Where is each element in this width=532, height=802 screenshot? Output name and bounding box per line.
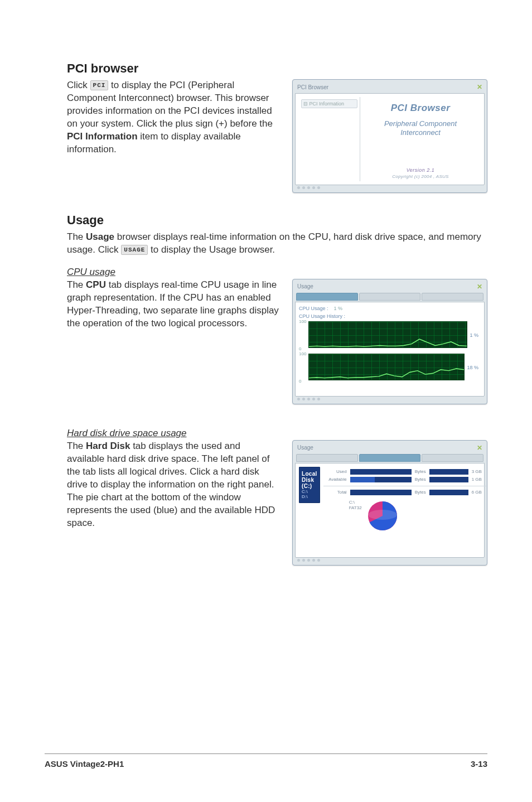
- hdd-details: Used Bytes 3 GB Available Bytes 1 GB: [323, 467, 486, 554]
- hdd-pie: C:\ FAT32: [349, 500, 486, 532]
- hdd-subhead: Hard disk drive space usage: [67, 428, 487, 439]
- pci-copyright: Copyright (c) 2004 , ASUS: [364, 174, 477, 179]
- section-hdd: Hard disk drive space usage The Hard Dis…: [67, 428, 487, 566]
- cpu-graph-0-pct: 1 %: [470, 319, 481, 351]
- footer-right: 3-13: [471, 759, 487, 769]
- tab-mem[interactable]: [422, 454, 483, 462]
- pci-window: PCI Browser ✕ ⊟ PCI Information PCI Brow…: [292, 79, 487, 193]
- close-icon[interactable]: ✕: [477, 283, 482, 291]
- cpu-tabs[interactable]: [295, 293, 485, 302]
- pci-pane-sub1: Peripheral Component: [364, 119, 477, 128]
- hdd-window: Usage ✕ Local Disk (C:) C:\ D:\: [292, 440, 487, 566]
- bar-used: [350, 469, 412, 475]
- section-usage: Usage The Usage browser displays real-ti…: [67, 213, 487, 257]
- cpu-graph-1-pct: 18 %: [467, 351, 481, 384]
- page-footer: ASUS Vintage2-PH1 3-13: [0, 759, 532, 769]
- pie-icon: [366, 500, 399, 532]
- svg-point-1: [368, 510, 397, 520]
- pci-info-bold: PCI Information: [67, 131, 138, 142]
- section-cpu: CPU usage The CPU tab displays real-time…: [67, 267, 487, 404]
- hdd-row-avail: Available Bytes 1 GB: [323, 477, 486, 482]
- cpu-usage-label: CPU Usage :: [299, 306, 328, 311]
- pci-heading: PCI browser: [67, 61, 487, 76]
- hdd-row-total: Total Bytes 6 GB: [323, 490, 486, 495]
- footer-left: ASUS Vintage2-PH1: [45, 759, 124, 769]
- window-bottombar: [295, 185, 485, 190]
- cpu-window: Usage ✕ CPU Usage : 1 % CPU Usage Histor…: [292, 279, 487, 404]
- pci-tree[interactable]: ⊟ PCI Information: [299, 97, 360, 181]
- pci-paragraph: Click PCI to display the PCI (Peripheral…: [67, 79, 279, 156]
- cpu-graph-0: [308, 321, 467, 348]
- tab-hdd[interactable]: [359, 293, 421, 301]
- pci-version: Version 2.1: [364, 167, 477, 173]
- hdd-window-title: Usage: [297, 445, 313, 451]
- cpu-history-label: CPU Usage History :: [299, 313, 481, 319]
- usage-intro: The Usage browser displays real-time inf…: [67, 231, 487, 257]
- cpu-subhead: CPU usage: [67, 267, 487, 278]
- usage-inline-button: USAGE: [121, 245, 148, 255]
- hdd-drive-list[interactable]: Local Disk (C:) C:\ D:\: [299, 467, 320, 554]
- pci-inline-button: PCI: [90, 80, 109, 90]
- close-icon[interactable]: ✕: [477, 444, 482, 452]
- tab-cpu[interactable]: [296, 454, 358, 462]
- tab-mem[interactable]: [422, 293, 483, 301]
- hdd-row-used: Used Bytes 3 GB: [323, 469, 486, 475]
- pci-pane-sub2: Interconnect: [364, 128, 477, 137]
- bar-total: [350, 490, 412, 495]
- pci-pane-title: PCI Browser: [364, 103, 477, 114]
- usage-heading: Usage: [67, 213, 487, 228]
- tab-hdd[interactable]: [359, 454, 421, 462]
- cpu-paragraph: The CPU tab displays real-time CPU usage…: [67, 279, 279, 330]
- hdd-paragraph: The Hard Disk tab displays the used and …: [67, 440, 279, 530]
- bar-avail: [350, 477, 412, 482]
- window-bottombar: [295, 397, 485, 402]
- cpu-window-title: Usage: [297, 283, 313, 289]
- cpu-graph-1: [308, 354, 465, 380]
- pci-tree-root[interactable]: ⊟ PCI Information: [301, 99, 357, 108]
- pci-window-title: PCI Browser: [297, 84, 328, 90]
- tab-cpu[interactable]: [296, 293, 358, 301]
- close-icon[interactable]: ✕: [477, 83, 482, 91]
- cpu-usage-value: 1 %: [334, 306, 343, 311]
- window-bottombar: [295, 558, 485, 563]
- hdd-drive-c[interactable]: Local Disk (C:) C:\ D:\: [299, 467, 320, 503]
- section-pci: PCI browser Click PCI to display the PCI…: [67, 61, 487, 193]
- hdd-tabs[interactable]: [295, 454, 485, 463]
- pci-info-pane: PCI Browser Peripheral Component Interco…: [360, 97, 481, 181]
